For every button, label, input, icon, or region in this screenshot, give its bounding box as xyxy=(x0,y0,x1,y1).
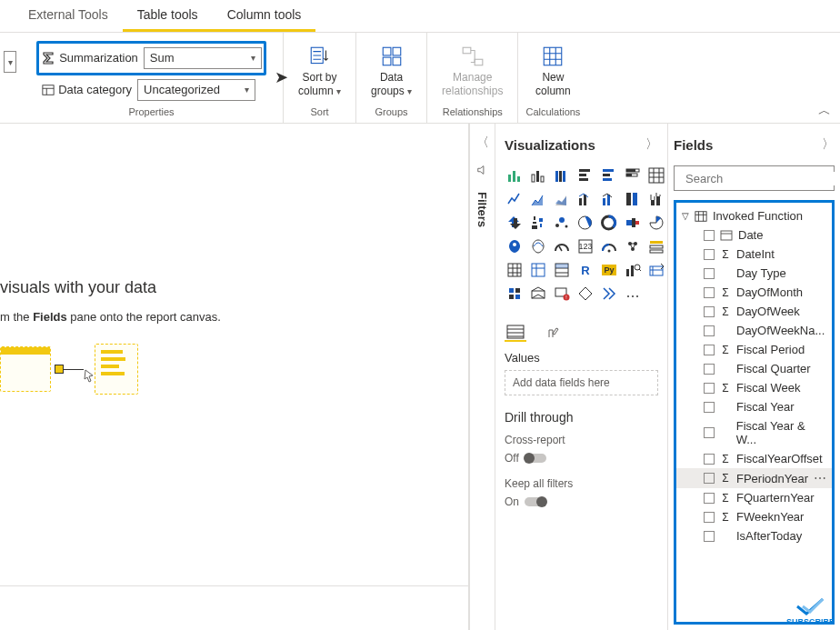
field-checkbox[interactable] xyxy=(704,493,715,504)
viz-type-19[interactable] xyxy=(623,213,643,233)
field-item[interactable]: ΣFPeriodnYear⋯ xyxy=(676,468,832,488)
viz-type-33[interactable] xyxy=(623,260,643,280)
field-item[interactable]: Fiscal Quarter xyxy=(676,359,832,378)
field-item[interactable]: Date xyxy=(676,225,832,245)
viz-type-7[interactable] xyxy=(505,189,525,209)
visualizations-collapse-button[interactable]: 〉 xyxy=(645,136,658,153)
field-item[interactable]: ΣFiscalYearOffset xyxy=(676,449,832,468)
field-checkbox[interactable] xyxy=(704,287,715,298)
viz-type-28[interactable] xyxy=(505,260,525,280)
viz-type-34[interactable] xyxy=(646,260,666,280)
viz-type-12[interactable] xyxy=(623,189,643,209)
field-checkbox[interactable] xyxy=(704,473,715,484)
viz-type-26[interactable] xyxy=(623,236,643,256)
field-item[interactable]: ΣDateInt xyxy=(676,245,832,264)
viz-format-tab[interactable] xyxy=(543,324,565,342)
field-checkbox[interactable] xyxy=(704,230,715,241)
tab-column-tools[interactable]: Column tools xyxy=(213,0,316,32)
viz-type-6[interactable] xyxy=(646,165,666,185)
field-checkbox[interactable] xyxy=(704,306,715,317)
field-item[interactable]: Fiscal Year xyxy=(676,397,832,416)
viz-fields-tab[interactable] xyxy=(505,324,526,342)
viz-type-0[interactable] xyxy=(505,165,525,185)
more-icon[interactable]: ⋯ xyxy=(814,471,826,485)
viz-type-14[interactable] xyxy=(505,213,525,233)
field-checkbox[interactable] xyxy=(704,512,715,523)
viz-type-23[interactable] xyxy=(552,236,572,256)
viz-type-3[interactable] xyxy=(575,165,595,185)
viz-type-31[interactable]: R xyxy=(575,260,595,280)
field-checkbox[interactable] xyxy=(704,364,715,375)
format-dropdown-left[interactable]: ▾ xyxy=(4,51,16,73)
sort-by-column-button[interactable]: Sort by column ▾ xyxy=(291,40,348,101)
field-item[interactable]: ΣDayOfWeek xyxy=(676,302,832,321)
viz-type-39[interactable] xyxy=(599,284,619,304)
field-item[interactable]: ΣFiscal Week xyxy=(676,378,832,397)
viz-type-5[interactable] xyxy=(623,165,643,185)
viz-type-27[interactable] xyxy=(646,236,666,256)
viz-type-29[interactable] xyxy=(528,260,548,280)
viz-type-17[interactable] xyxy=(575,213,595,233)
field-item[interactable]: DayOfWeekNa... xyxy=(676,321,832,340)
viz-type-32[interactable]: Py xyxy=(599,260,619,280)
field-item[interactable]: Day Type xyxy=(676,264,832,283)
field-checkbox[interactable] xyxy=(704,345,715,355)
viz-type-38[interactable] xyxy=(575,284,595,304)
viz-type-16[interactable] xyxy=(552,213,572,233)
svg-point-53 xyxy=(608,250,611,253)
viz-type-2[interactable] xyxy=(552,165,572,185)
viz-type-8[interactable] xyxy=(528,189,548,209)
new-column-button[interactable]: New column xyxy=(528,40,578,101)
field-item[interactable]: ΣFQuarternYear xyxy=(676,488,832,507)
viz-type-40[interactable] xyxy=(623,284,643,304)
viz-type-25[interactable] xyxy=(599,236,619,256)
field-item[interactable]: ΣFiscal Period xyxy=(676,340,832,359)
field-checkbox[interactable] xyxy=(704,249,715,260)
values-drop-zone[interactable]: Add data fields here xyxy=(505,370,658,395)
viz-type-30[interactable] xyxy=(552,260,572,280)
field-label: Fiscal Year xyxy=(736,400,795,414)
viz-type-37[interactable]: ! xyxy=(552,284,572,304)
summarization-dropdown[interactable]: Sum▾ xyxy=(144,47,262,69)
viz-type-1[interactable] xyxy=(528,165,548,185)
ribbon-collapse-button[interactable]: ︿ xyxy=(818,103,831,119)
table-header[interactable]: ▽ Invoked Function xyxy=(676,206,832,225)
fields-search-input[interactable] xyxy=(685,172,838,185)
viz-type-15[interactable] xyxy=(528,213,548,233)
field-checkbox[interactable] xyxy=(704,383,715,394)
viz-type-11[interactable] xyxy=(599,189,619,209)
viz-type-24[interactable]: 123 xyxy=(575,236,595,256)
fields-search-box[interactable] xyxy=(674,165,835,191)
field-checkbox[interactable] xyxy=(704,454,715,465)
viz-type-22[interactable] xyxy=(528,236,548,256)
field-item[interactable]: Fiscal Year & W... xyxy=(676,416,832,449)
field-checkbox[interactable] xyxy=(704,325,715,336)
tab-table-tools[interactable]: Table tools xyxy=(123,0,213,32)
field-item[interactable]: ΣDayOfMonth xyxy=(676,283,832,302)
field-checkbox[interactable] xyxy=(704,531,715,542)
viz-type-36[interactable] xyxy=(528,284,548,304)
field-checkbox[interactable] xyxy=(704,268,715,279)
cross-report-toggle[interactable]: Off xyxy=(505,452,658,465)
field-item[interactable]: ΣFWeeknYear xyxy=(676,507,832,526)
filters-expand-button[interactable]: 〈 xyxy=(476,135,489,151)
field-item[interactable]: IsAfterToday xyxy=(676,526,832,545)
viz-type-4[interactable] xyxy=(599,165,619,185)
tab-external-tools[interactable]: External Tools xyxy=(14,0,123,32)
field-checkbox[interactable] xyxy=(704,427,715,438)
viz-type-10[interactable] xyxy=(575,189,595,209)
speaker-icon[interactable] xyxy=(476,164,489,179)
viz-type-20[interactable] xyxy=(646,213,666,233)
data-groups-button[interactable]: Data groups ▾ xyxy=(364,40,419,101)
field-checkbox[interactable] xyxy=(704,402,715,413)
date-icon xyxy=(720,230,733,241)
viz-type-9[interactable] xyxy=(552,189,572,209)
keep-filters-toggle[interactable]: On xyxy=(505,495,658,508)
viz-type-13[interactable] xyxy=(646,189,666,209)
fields-collapse-button[interactable]: 〉 xyxy=(822,136,835,153)
report-canvas[interactable]: visuals with your data m the Fields pane… xyxy=(0,124,469,630)
viz-type-35[interactable] xyxy=(505,284,525,304)
viz-type-21[interactable] xyxy=(505,236,525,256)
data-category-dropdown[interactable]: Uncategorized▾ xyxy=(137,79,255,101)
viz-type-18[interactable] xyxy=(599,213,619,233)
